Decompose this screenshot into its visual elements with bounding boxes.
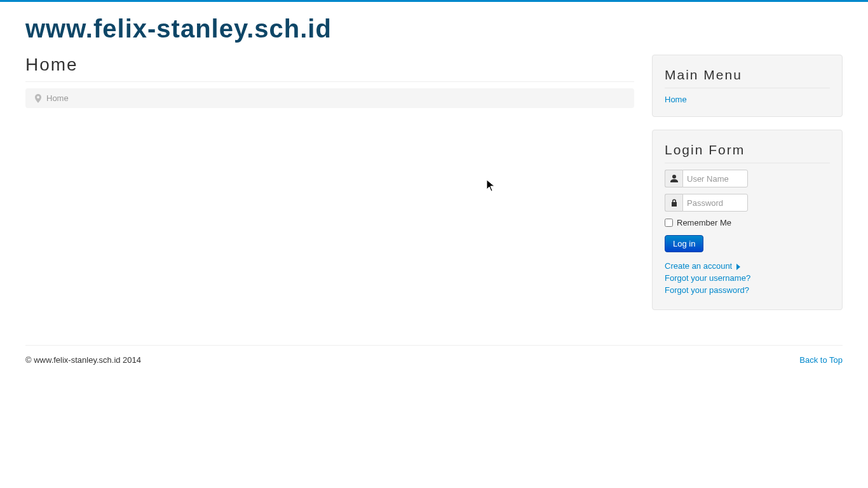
back-to-top-link[interactable]: Back to Top bbox=[799, 355, 843, 365]
heading-divider bbox=[25, 81, 634, 82]
login-button[interactable]: Log in bbox=[665, 235, 703, 252]
sidebar: Main Menu Home Login Form bbox=[652, 55, 843, 323]
footer-divider bbox=[25, 345, 843, 346]
login-links: Create an account Forgot your username? … bbox=[665, 261, 830, 295]
menu-item-home[interactable]: Home bbox=[665, 95, 687, 104]
username-input[interactable] bbox=[682, 170, 748, 187]
remember-me-row[interactable]: Remember Me bbox=[665, 218, 830, 227]
page-title: Home bbox=[25, 55, 634, 75]
login-form-divider bbox=[665, 163, 830, 163]
login-form-panel: Login Form Remember Me bbox=[652, 130, 843, 310]
create-account-link[interactable]: Create an account bbox=[665, 261, 741, 271]
footer: © www.felix-stanley.sch.id 2014 Back to … bbox=[25, 355, 843, 377]
lock-icon bbox=[665, 194, 682, 212]
remember-me-label: Remember Me bbox=[677, 218, 731, 227]
forgot-password-link[interactable]: Forgot your password? bbox=[665, 285, 749, 295]
user-icon bbox=[665, 170, 682, 187]
remember-me-checkbox[interactable] bbox=[665, 219, 673, 227]
site-title-link[interactable]: www.felix-stanley.sch.id bbox=[25, 15, 332, 43]
password-input[interactable] bbox=[682, 194, 748, 212]
chevron-right-icon bbox=[736, 264, 741, 270]
main-menu-panel: Main Menu Home bbox=[652, 55, 843, 117]
main-menu-title: Main Menu bbox=[665, 67, 830, 83]
breadcrumb: Home bbox=[25, 88, 634, 108]
site-title: www.felix-stanley.sch.id bbox=[25, 2, 843, 55]
username-group bbox=[665, 170, 748, 187]
location-pin-icon bbox=[35, 94, 41, 103]
footer-copyright: © www.felix-stanley.sch.id 2014 bbox=[25, 355, 141, 365]
login-form-title: Login Form bbox=[665, 142, 830, 158]
forgot-username-link[interactable]: Forgot your username? bbox=[665, 273, 750, 283]
breadcrumb-current: Home bbox=[46, 93, 69, 103]
main-menu-divider bbox=[665, 88, 830, 88]
main-column: Home Home bbox=[25, 55, 634, 108]
password-group bbox=[665, 194, 748, 212]
create-account-label: Create an account bbox=[665, 261, 732, 271]
